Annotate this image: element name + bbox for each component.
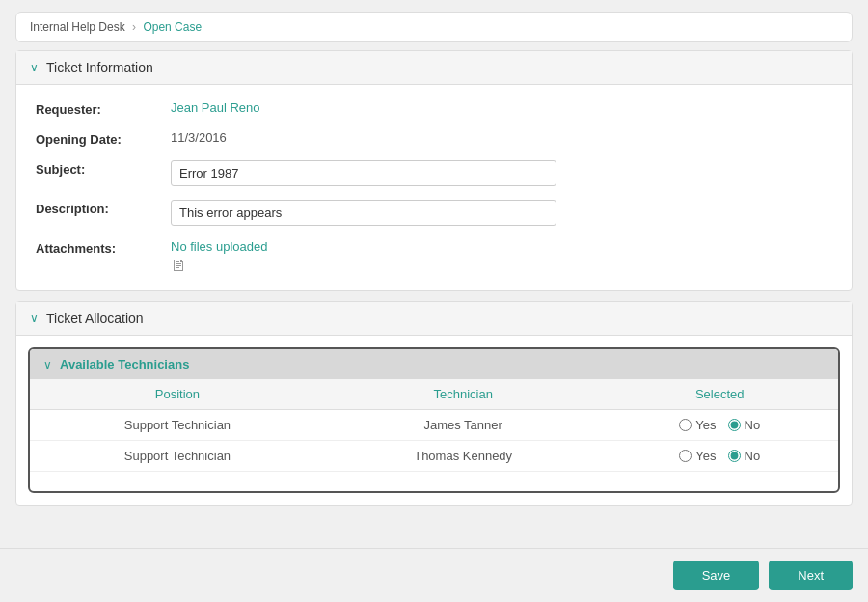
next-button[interactable]: Next [769, 561, 853, 590]
upload-icon[interactable]: 🖹 [171, 258, 832, 275]
opening-date-row: Opening Date: 11/3/2016 [36, 130, 832, 147]
subject-row: Subject: [36, 160, 832, 186]
table-row: Support Technician Thomas Kennedy Yes No [30, 441, 838, 472]
available-technicians-header[interactable]: ∨ Available Technicians [30, 349, 838, 379]
col-position: Position [30, 379, 325, 410]
no-files-text: No files uploaded [171, 239, 832, 254]
radio-no-1[interactable]: No [728, 449, 761, 463]
ticket-info-body: Requester: Jean Paul Reno Opening Date: … [16, 85, 852, 290]
subject-label: Subject: [36, 160, 171, 177]
requester-row: Requester: Jean Paul Reno [36, 100, 832, 117]
tech-selected-1: Yes No [601, 441, 838, 472]
tech-position-0: Support Technician [30, 410, 325, 441]
requester-label: Requester: [36, 100, 171, 117]
ticket-information-panel: ∨ Ticket Information Requester: Jean Pau… [15, 50, 853, 291]
breadcrumb-current: Open Case [143, 20, 202, 34]
tech-position-1: Support Technician [30, 441, 325, 472]
ticket-allocation-panel: ∨ Ticket Allocation ∨ Available Technici… [15, 301, 853, 506]
radio-no-input-1[interactable] [728, 450, 741, 462]
available-technicians-container: ∨ Available Technicians Position Technic… [28, 347, 840, 493]
description-label: Description: [36, 200, 171, 216]
ticket-allocation-chevron: ∨ [30, 312, 39, 325]
attachments-label: Attachments: [36, 239, 171, 256]
ticket-info-header[interactable]: ∨ Ticket Information [16, 51, 852, 85]
radio-yes-1[interactable]: Yes [679, 449, 716, 463]
tech-name-1: Thomas Kennedy [325, 441, 602, 472]
col-selected: Selected [601, 379, 838, 410]
available-tech-title: Available Technicians [60, 357, 189, 371]
radio-yes-input-1[interactable] [679, 450, 692, 462]
breadcrumb: Internal Help Desk › Open Case [15, 12, 853, 42]
breadcrumb-parent[interactable]: Internal Help Desk [30, 20, 125, 34]
ticket-info-chevron: ∨ [30, 61, 39, 74]
save-button[interactable]: Save [673, 561, 760, 590]
table-header-row: Position Technician Selected [30, 379, 838, 410]
table-row: Support Technician James Tanner Yes No [30, 410, 838, 441]
col-technician: Technician [325, 379, 602, 410]
description-field-container [171, 200, 832, 226]
opening-date-value: 11/3/2016 [171, 130, 832, 145]
footer-bar: Save Next [0, 548, 868, 602]
description-input[interactable] [171, 200, 556, 226]
description-row: Description: [36, 200, 832, 226]
table-empty-row [30, 472, 838, 491]
requester-value: Jean Paul Reno [171, 100, 832, 115]
ticket-allocation-header[interactable]: ∨ Ticket Allocation [16, 302, 852, 336]
radio-yes-input-0[interactable] [679, 419, 692, 431]
available-tech-chevron: ∨ [43, 358, 52, 371]
attachments-container: No files uploaded 🖹 [171, 239, 832, 275]
opening-date-label: Opening Date: [36, 130, 171, 147]
tech-name-0: James Tanner [325, 410, 602, 441]
subject-field-container [171, 160, 832, 186]
radio-no-input-0[interactable] [728, 419, 741, 431]
tech-selected-0: Yes No [601, 410, 838, 441]
subject-input[interactable] [171, 160, 556, 186]
technician-table: Position Technician Selected Support Tec… [30, 379, 838, 491]
ticket-allocation-title: Ticket Allocation [46, 311, 144, 326]
ticket-info-title: Ticket Information [46, 60, 153, 75]
attachments-row: Attachments: No files uploaded 🖹 [36, 239, 832, 275]
breadcrumb-separator: › [132, 20, 136, 34]
radio-yes-0[interactable]: Yes [679, 418, 716, 432]
radio-no-0[interactable]: No [728, 418, 761, 432]
main-content: ∨ Ticket Information Requester: Jean Pau… [0, 50, 868, 548]
